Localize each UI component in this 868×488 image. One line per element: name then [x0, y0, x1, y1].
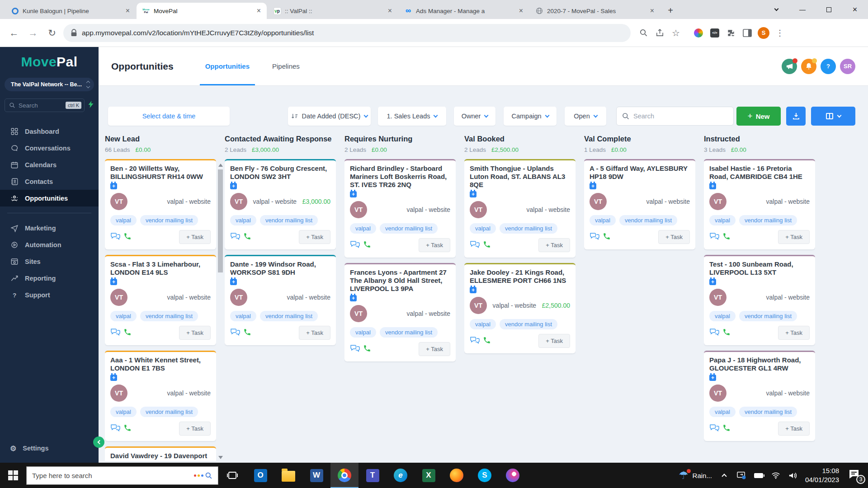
sync-icon[interactable] [736, 470, 746, 480]
tag-pill[interactable]: valpal [709, 311, 736, 321]
tag-pill[interactable]: vendor mailing list [140, 311, 198, 321]
extensions-puzzle-icon[interactable] [723, 25, 739, 41]
chat-icon[interactable] [470, 240, 480, 250]
tag-pill[interactable]: vendor mailing list [500, 319, 557, 329]
status-dropdown[interactable]: Open [565, 107, 606, 126]
browser-tab[interactable]: MovePalMovePal× [137, 3, 267, 19]
close-tab-icon[interactable]: × [123, 7, 132, 15]
chat-icon[interactable] [110, 328, 121, 338]
volume-icon[interactable] [788, 470, 798, 480]
tag-pill[interactable]: vendor mailing list [260, 215, 318, 225]
campaign-dropdown[interactable]: Campaign [504, 107, 557, 126]
opportunity-card[interactable]: Scsa - Flat 3 3 Limeharbour, LONDON E14 … [105, 255, 216, 345]
new-tab-button[interactable]: + [664, 4, 677, 17]
tag-pill[interactable]: vendor mailing list [739, 311, 797, 321]
browser-tab[interactable]: 2020-7 - MovePal - Sales× [530, 3, 660, 19]
chat-icon[interactable] [350, 344, 360, 354]
browser-tab[interactable]: Kunle Balogun | Pipeline× [5, 3, 136, 19]
chat-icon[interactable] [709, 232, 720, 242]
browser-menu-kebab-icon[interactable]: ⋮ [772, 25, 788, 41]
chat-icon[interactable] [230, 232, 241, 242]
tag-pill[interactable]: vendor mailing list [739, 407, 797, 417]
opportunity-card[interactable]: Papa J - 18 Highworth Road, GLOUCESTER G… [704, 351, 815, 441]
tag-pill[interactable]: vendor mailing list [260, 311, 318, 321]
add-task-button[interactable]: + Task [538, 238, 570, 252]
calendar-add-icon[interactable] [470, 287, 476, 293]
sidebar-item-settings[interactable]: ⚙ Settings [0, 440, 99, 456]
chat-icon[interactable] [709, 328, 720, 338]
address-bar[interactable]: app.mymovepal.com/v2/location/mYtHEJCrru… [63, 24, 631, 42]
sort-dropdown[interactable]: Date Added (DESC) [288, 107, 371, 126]
reload-icon[interactable]: ↻ [44, 25, 60, 41]
chrome-taskbar-icon[interactable] [330, 463, 359, 488]
chat-icon[interactable] [470, 336, 480, 346]
tab-search-chevron-icon[interactable] [763, 0, 789, 19]
add-task-button[interactable]: + Task [179, 326, 211, 340]
calendar-add-icon[interactable] [110, 375, 117, 381]
phone-icon[interactable] [123, 424, 132, 434]
tag-pill[interactable]: valpal [110, 215, 137, 225]
tag-pill[interactable]: valpal [230, 215, 256, 225]
add-task-button[interactable]: + Task [299, 326, 330, 340]
calendar-add-icon[interactable] [709, 183, 716, 189]
help-icon[interactable]: ? [821, 59, 836, 74]
sidebar-item-sites[interactable]: Sites [0, 253, 99, 270]
browser-tab[interactable]: ∞Ads Manager - Manage a× [399, 3, 529, 19]
phone-icon[interactable] [363, 240, 371, 250]
bookmark-star-icon[interactable]: ☆ [668, 25, 684, 41]
edge-taskbar-icon[interactable]: e [387, 463, 415, 488]
new-opportunity-button[interactable]: + New [736, 107, 781, 126]
clock[interactable]: 15:08 04/01/2023 [805, 466, 839, 485]
firefox-taskbar-icon[interactable] [443, 463, 471, 488]
tag-pill[interactable]: valpal [230, 311, 256, 321]
sidebar-item-automation[interactable]: Automation [0, 236, 99, 253]
calendar-add-icon[interactable] [230, 279, 237, 285]
phone-icon[interactable] [363, 344, 371, 354]
word-taskbar-icon[interactable]: W [302, 463, 330, 488]
phone-icon[interactable] [722, 232, 731, 242]
chat-icon[interactable] [110, 423, 121, 434]
tag-pill[interactable]: vendor mailing list [140, 215, 198, 225]
sidebar-collapse-button[interactable] [93, 436, 104, 448]
calendar-add-icon[interactable] [470, 191, 476, 197]
add-task-button[interactable]: + Task [778, 422, 810, 436]
tag-pill[interactable]: valpal [590, 215, 616, 225]
opportunity-card[interactable]: David Vawdrey - 19 Davenport Road, BOGNO… [105, 446, 216, 461]
tag-pill[interactable]: valpal [110, 311, 137, 321]
sidebar-item-contacts[interactable]: Contacts [0, 173, 99, 190]
opportunity-card[interactable]: Richard Brindley - Starboard Mariners Lo… [344, 159, 456, 258]
quick-actions-bolt-icon[interactable] [88, 101, 94, 110]
opportunity-card[interactable]: Ben Fly - 76 Coburg Crescent, LONDON SW2… [225, 159, 336, 249]
tag-pill[interactable]: vendor mailing list [739, 215, 797, 225]
minimize-button[interactable]: — [789, 0, 816, 19]
add-task-button[interactable]: + Task [778, 230, 810, 244]
phone-icon[interactable] [123, 328, 132, 338]
tab-opportunities[interactable]: Opportunities [203, 47, 251, 85]
phone-icon[interactable] [123, 232, 132, 242]
chat-icon[interactable] [590, 232, 600, 242]
add-task-button[interactable]: + Task [299, 230, 330, 244]
opportunity-card[interactable]: Jake Dooley - 21 Kings Road, ELLESMERE P… [464, 263, 576, 353]
task-view-taskbar-icon[interactable] [218, 463, 246, 488]
tag-pill[interactable]: vendor mailing list [380, 327, 438, 338]
file-explorer-taskbar-icon[interactable] [274, 463, 302, 488]
phone-icon[interactable] [243, 232, 251, 242]
scroll-down-icon[interactable] [218, 456, 223, 459]
opportunity-card[interactable]: Smith Thongjue - Uplands Luton Road, ST.… [464, 159, 576, 258]
tag-pill[interactable]: valpal [350, 327, 376, 338]
tag-pill[interactable]: valpal [350, 223, 376, 234]
notifications-bell-icon[interactable] [801, 59, 816, 74]
tag-pill[interactable]: valpal [470, 223, 496, 234]
chat-icon[interactable] [110, 232, 121, 242]
sidebar-item-conversations[interactable]: Conversations [0, 140, 99, 156]
date-filter-button[interactable]: Select date & time [108, 107, 230, 126]
chat-icon[interactable] [350, 240, 360, 250]
sidebar-item-calendars[interactable]: Calendars [0, 156, 99, 173]
calendar-add-icon[interactable] [230, 183, 237, 189]
opportunity-card[interactable]: Frances Lyons - Apartment 27 The Albany … [344, 263, 456, 361]
add-task-button[interactable]: + Task [179, 422, 211, 436]
sidebar-item-marketing[interactable]: Marketing [0, 220, 99, 236]
side-panel-icon[interactable] [739, 25, 755, 41]
wifi-icon[interactable] [771, 470, 781, 480]
scrollbar-thumb[interactable] [218, 169, 223, 272]
